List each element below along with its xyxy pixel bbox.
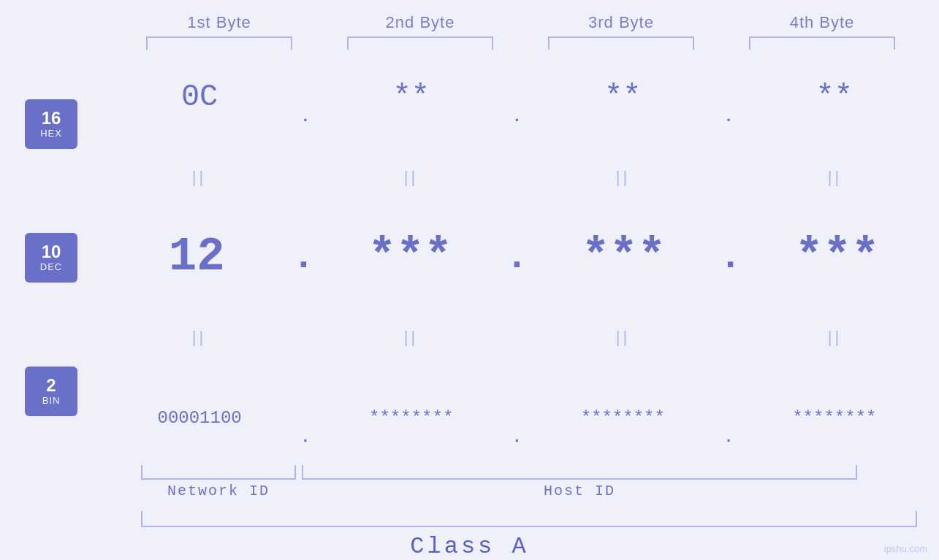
bin-cell-3: ******** [542,408,703,428]
hex-cell-2: ** [331,80,492,115]
dot-dec-1: . [292,236,315,286]
byte-4-header: 4th Byte [742,13,902,32]
bracket-top-3 [548,37,694,50]
dot-dec-3: . [719,236,742,286]
dec-cell-4: *** [757,231,918,283]
hex-badge-unit: HEX [40,128,62,139]
top-brackets [119,37,923,50]
hex-val-2: ** [392,80,429,115]
bin-val-4: ******** [792,408,876,428]
bin-cell-4: ******** [754,408,915,428]
dec-badge: 10 DEC [25,233,77,283]
host-id-label: Host ID [302,483,857,499]
eq-2-2: || [331,328,492,347]
hex-badge-number: 16 [42,109,61,128]
class-label: Class A [0,533,939,560]
bracket-host [302,465,857,480]
dec-cell-1: 12 [116,231,277,283]
eq-2-1: || [119,328,280,347]
main-container: 1st Byte 2nd Byte 3rd Byte 4th Byte 16 H… [0,0,939,560]
bin-cell-2: ******** [331,408,492,428]
byte-1-header: 1st Byte [139,13,300,32]
eq-2-3: || [543,328,704,347]
bin-val-3: ******** [581,408,665,428]
bin-row: 00001100 . ******** . ******** . *******… [110,388,924,447]
dot-dec-2: . [506,236,528,286]
bracket-top-1 [146,37,292,50]
dec-val-3: *** [582,231,666,283]
dec-val-4: *** [795,231,879,283]
bracket-network [141,465,296,480]
data-rows-area: 0C . ** . ** . ** || || [102,50,939,465]
bin-badge: 2 BIN [25,367,77,416]
watermark: ipshu.com [884,543,927,554]
eq-1-1: || [119,168,280,187]
byte-3-header: 3rd Byte [541,13,702,32]
bottom-brackets [141,465,916,480]
dec-badge-unit: DEC [40,261,62,272]
eq-1-3: || [543,168,704,187]
dec-cell-3: *** [544,231,704,283]
hex-badge: 16 HEX [25,99,77,149]
bracket-top-4 [749,37,895,50]
dot-hex-2: . [512,108,522,126]
bottom-section: Network ID Host ID Class A [0,465,939,560]
dot-bin-2: . [512,429,522,447]
network-id-label: Network ID [141,483,296,499]
equals-row-2: || || || || [110,323,924,352]
bin-badge-unit: BIN [42,395,61,406]
hex-cell-4: ** [754,80,915,115]
bin-val-1: 00001100 [157,408,241,428]
byte-2-header: 2nd Byte [340,13,501,32]
hex-cell-1: 0C [119,80,280,115]
rows-container: 16 HEX 10 DEC 2 BIN 0C . ** [0,50,939,465]
dec-badge-number: 10 [42,242,61,261]
hex-val-1: 0C [181,80,218,115]
bracket-top-2 [347,37,493,50]
bin-val-2: ******** [369,408,453,428]
left-badges: 16 HEX 10 DEC 2 BIN [0,50,102,465]
dot-bin-1: . [300,429,310,447]
eq-2-4: || [755,328,916,347]
dec-cell-2: *** [330,231,490,283]
dec-row: 12 . *** . *** . *** [110,228,924,286]
dot-bin-3: . [723,429,733,447]
dec-val-2: *** [368,231,452,283]
hex-val-3: ** [604,80,641,115]
dot-hex-3: . [723,108,733,126]
hex-cell-3: ** [542,80,703,115]
bin-badge-number: 2 [46,376,56,395]
eq-1-4: || [755,168,916,187]
hex-val-4: ** [816,80,853,115]
dot-hex-1: . [300,108,310,126]
dec-val-1: 12 [169,231,225,283]
hex-row: 0C . ** . ** . ** [110,68,924,126]
big-bottom-bracket [141,511,917,527]
bin-cell-1: 00001100 [119,408,280,428]
byte-headers-row: 1st Byte 2nd Byte 3rd Byte 4th Byte [119,13,923,32]
id-labels: Network ID Host ID [141,483,916,499]
eq-1-2: || [331,168,492,187]
equals-row-1: || || || || [110,163,924,192]
